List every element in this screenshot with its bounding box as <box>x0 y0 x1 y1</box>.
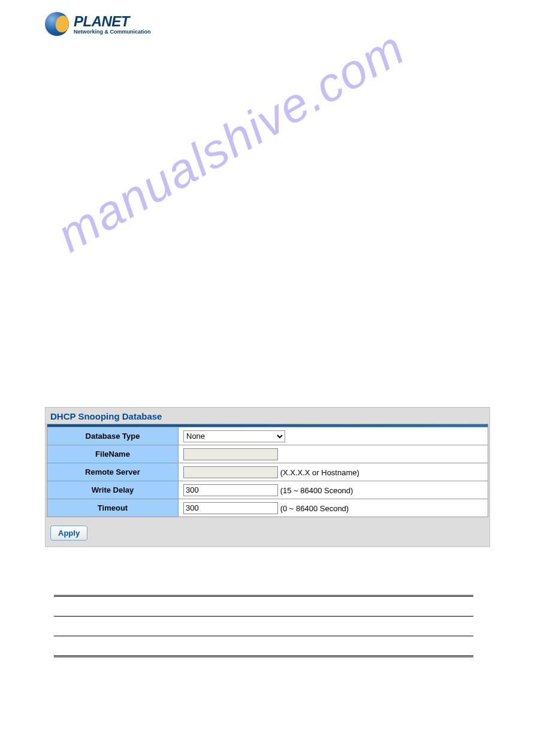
label-filename: FileName <box>47 445 179 463</box>
config-table: Database Type None FileName Remote Serve… <box>47 424 488 517</box>
row-filename: FileName <box>47 445 488 463</box>
row-timeout: Timeout (0 ~ 86400 Second) <box>47 499 488 517</box>
row-remote-server: Remote Server (X.X.X.X or Hostname) <box>47 463 488 481</box>
timeout-hint: (0 ~ 86400 Second) <box>280 503 349 512</box>
write-delay-hint: (15 ~ 86400 Sceond) <box>280 485 353 494</box>
logo-area: PLANET Networking & Communication <box>0 0 535 48</box>
database-type-select[interactable]: None <box>183 430 285 442</box>
apply-button[interactable]: Apply <box>50 526 87 541</box>
dhcp-snooping-database-panel: DHCP Snooping Database Database Type Non… <box>45 407 490 547</box>
remote-server-input[interactable] <box>183 466 278 478</box>
table-row <box>54 636 473 657</box>
write-delay-input[interactable] <box>183 484 278 496</box>
panel-title: DHCP Snooping Database <box>47 409 488 424</box>
planet-globe-icon <box>45 12 69 36</box>
label-timeout: Timeout <box>47 499 179 517</box>
remote-server-hint: (X.X.X.X or Hostname) <box>280 467 359 476</box>
label-remote-server: Remote Server <box>47 463 179 481</box>
label-database-type: Database Type <box>47 427 179 445</box>
brand-name: PLANET <box>74 13 151 30</box>
row-write-delay: Write Delay (15 ~ 86400 Sceond) <box>47 481 488 499</box>
timeout-input[interactable] <box>183 502 278 514</box>
filename-input[interactable] <box>183 448 278 460</box>
table-row <box>54 617 473 636</box>
description-table <box>54 595 473 657</box>
logo: PLANET Networking & Communication <box>45 12 490 36</box>
label-write-delay: Write Delay <box>47 481 179 499</box>
brand-tagline: Networking & Communication <box>74 29 151 35</box>
watermark-text: manualshive.com <box>48 20 414 263</box>
row-database-type: Database Type None <box>47 427 488 445</box>
